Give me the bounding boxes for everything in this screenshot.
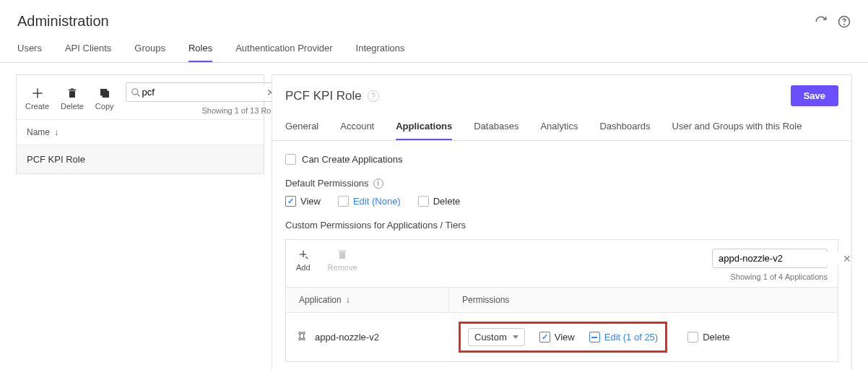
default-edit-checkbox[interactable] [338, 196, 349, 207]
tab-applications[interactable]: Applications [396, 121, 452, 140]
roles-showing-label: Showing 1 of 13 Roles [201, 106, 281, 115]
sort-arrow-icon: ↓ [54, 127, 58, 137]
save-button[interactable]: Save [791, 85, 838, 106]
col-permissions: Permissions [448, 288, 838, 312]
apps-showing-label: Showing 1 of 4 Applications [730, 272, 828, 281]
permissions-highlight: Custom View Edit (1 of 25) [459, 322, 667, 353]
default-perms-label: Default Permissions [285, 178, 369, 189]
role-row[interactable]: PCF KPI Role [17, 145, 264, 173]
tab-general[interactable]: General [285, 121, 318, 140]
default-view-checkbox[interactable] [285, 196, 296, 207]
app-permission-row: appd-nozzle-v2 Custom View [286, 313, 838, 361]
application-icon [296, 330, 308, 344]
row-edit-checkbox[interactable] [589, 332, 600, 343]
top-tabs: Users API Clients Groups Roles Authentic… [0, 37, 868, 63]
roles-column-header[interactable]: Name ↓ [17, 120, 264, 145]
clear-app-search-icon[interactable]: ✕ [841, 253, 853, 264]
tab-api-clients[interactable]: API Clients [65, 37, 111, 62]
title-help-icon[interactable]: ? [368, 90, 379, 102]
can-create-label: Can Create Applications [302, 154, 402, 165]
permission-type-dropdown[interactable]: Custom [468, 328, 525, 346]
refresh-icon[interactable] [815, 15, 828, 28]
row-delete-checkbox[interactable] [687, 332, 698, 343]
detail-title: PCF KPI Role [285, 89, 362, 103]
col-application[interactable]: Application ↓ [286, 288, 448, 312]
tab-auth-provider[interactable]: Authentication Provider [235, 37, 332, 62]
add-button[interactable]: Add [296, 249, 311, 272]
custom-perms-label: Custom Permissions for Applications / Ti… [285, 220, 466, 231]
delete-button[interactable]: Delete [61, 87, 84, 111]
svg-point-4 [131, 88, 137, 94]
role-detail-panel: PCF KPI Role ? Save General Account Appl… [272, 74, 852, 370]
svg-rect-3 [100, 89, 106, 95]
default-edit-link[interactable]: Edit (None) [353, 196, 401, 207]
tab-databases[interactable]: Databases [474, 121, 518, 140]
row-edit-link[interactable]: Edit (1 of 25) [604, 332, 658, 343]
tab-dashboards[interactable]: Dashboards [599, 121, 650, 140]
tab-user-groups[interactable]: User and Groups with this Role [672, 121, 802, 140]
default-delete-checkbox[interactable] [418, 196, 429, 207]
svg-point-1 [844, 24, 845, 25]
tab-roles[interactable]: Roles [188, 37, 212, 62]
remove-button[interactable]: Remove [328, 249, 357, 272]
can-create-checkbox[interactable] [285, 154, 296, 165]
roles-list-panel: Create Delete Copy ✕ Showing 1 of [16, 74, 264, 174]
tab-users[interactable]: Users [17, 37, 42, 62]
help-icon[interactable] [838, 15, 851, 28]
app-name: appd-nozzle-v2 [315, 332, 379, 343]
tab-account[interactable]: Account [340, 121, 374, 140]
tab-analytics[interactable]: Analytics [540, 121, 578, 140]
info-icon[interactable]: i [373, 178, 383, 189]
tab-integrations[interactable]: Integrations [356, 37, 405, 62]
sort-arrow-icon: ↓ [346, 295, 350, 305]
search-icon [131, 87, 141, 98]
create-button[interactable]: Create [25, 87, 49, 111]
apps-search-input[interactable]: ✕ [712, 249, 828, 268]
copy-button[interactable]: Copy [95, 87, 114, 111]
roles-search-input[interactable]: ✕ [126, 82, 282, 102]
chevron-down-icon [513, 335, 518, 339]
row-view-checkbox[interactable] [539, 332, 550, 343]
page-title: Administration [17, 13, 109, 30]
tab-groups[interactable]: Groups [134, 37, 165, 62]
